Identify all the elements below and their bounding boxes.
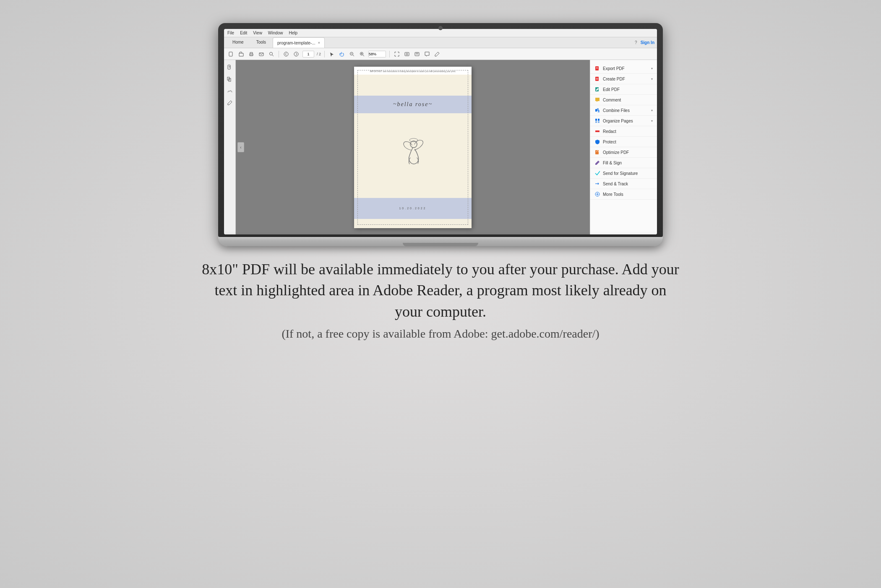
sidebar-icon-signatures[interactable] bbox=[226, 87, 234, 95]
panel-item-send-signature[interactable]: Send for Signature bbox=[590, 168, 657, 179]
svg-line-10 bbox=[353, 55, 354, 56]
edit-pdf-icon bbox=[594, 86, 600, 92]
redact-label: Redact bbox=[603, 129, 653, 134]
sidebar-icon-bookmarks[interactable] bbox=[226, 63, 234, 72]
svg-rect-0 bbox=[229, 52, 232, 56]
page-number-input[interactable] bbox=[302, 51, 314, 57]
tab-document-label: program-template-... bbox=[277, 41, 315, 45]
svg-point-4 bbox=[270, 52, 273, 55]
svg-rect-40 bbox=[598, 121, 599, 123]
menu-window[interactable]: Window bbox=[268, 31, 283, 35]
svg-rect-39 bbox=[595, 121, 597, 123]
zoom-in-icon[interactable] bbox=[358, 50, 366, 58]
print-icon[interactable] bbox=[248, 50, 255, 58]
panel-item-organize-pages[interactable]: Organize Pages ▾ bbox=[590, 116, 657, 126]
pdf-document: IMPORTANT: see instructions in listing d… bbox=[354, 67, 472, 228]
toolbar-separator-2 bbox=[324, 51, 325, 57]
send-track-label: Send & Track bbox=[603, 182, 653, 186]
protect-label: Protect bbox=[603, 140, 653, 144]
svg-point-16 bbox=[406, 53, 408, 55]
export-pdf-chevron: ▾ bbox=[651, 67, 653, 70]
svg-point-6 bbox=[284, 52, 288, 56]
svg-rect-15 bbox=[405, 52, 409, 56]
cursor-tool-icon[interactable] bbox=[328, 50, 336, 58]
more-tools-icon bbox=[594, 191, 600, 197]
zoom-level-input[interactable] bbox=[368, 51, 386, 57]
help-icon[interactable]: ? bbox=[635, 40, 637, 45]
laptop-container: File Edit View Window Help Home Tools pr… bbox=[218, 23, 663, 246]
combine-files-chevron: ▾ bbox=[651, 109, 653, 112]
sidebar-icon-pages[interactable] bbox=[226, 75, 234, 83]
panel-item-fill-sign[interactable]: Fill & Sign bbox=[590, 158, 657, 168]
full-screen-icon[interactable] bbox=[393, 50, 401, 58]
laptop-base bbox=[218, 237, 663, 246]
share-icon[interactable] bbox=[413, 50, 421, 58]
send-track-icon bbox=[594, 181, 600, 187]
sign-in-button[interactable]: Sign In bbox=[641, 40, 654, 45]
menu-view[interactable]: View bbox=[253, 31, 262, 35]
menu-edit[interactable]: Edit bbox=[240, 31, 247, 35]
tab-close-button[interactable]: × bbox=[318, 41, 320, 45]
main-area: ‹ IMPORTANT: see instructions in listing… bbox=[224, 60, 657, 234]
redact-icon bbox=[594, 128, 600, 134]
svg-point-7 bbox=[294, 52, 298, 56]
panel-item-send-track[interactable]: Send & Track bbox=[590, 179, 657, 189]
tab-bar: Home Tools program-template-... × ? Sign… bbox=[224, 37, 657, 48]
snapshot-icon[interactable] bbox=[403, 50, 411, 58]
panel-item-protect[interactable]: Protect bbox=[590, 137, 657, 147]
menu-bar: File Edit View Window Help bbox=[224, 29, 657, 37]
pdf-border bbox=[357, 70, 468, 225]
panel-item-comment[interactable]: Comment bbox=[590, 95, 657, 105]
create-pdf-chevron: ▾ bbox=[651, 77, 653, 81]
email-icon[interactable] bbox=[258, 50, 265, 58]
export-pdf-icon bbox=[594, 65, 600, 71]
menu-help[interactable]: Help bbox=[289, 31, 297, 35]
panel-item-redact[interactable]: Redact bbox=[590, 126, 657, 137]
sidebar-icon-edit[interactable] bbox=[226, 99, 234, 107]
laptop-lid: File Edit View Window Help Home Tools pr… bbox=[218, 23, 663, 237]
panel-item-optimize-pdf[interactable]: Optimize PDF bbox=[590, 147, 657, 158]
svg-rect-36 bbox=[598, 110, 599, 112]
hand-tool-icon[interactable] bbox=[338, 50, 346, 58]
new-doc-icon[interactable] bbox=[227, 50, 235, 58]
panel-item-create-pdf[interactable]: Create PDF ▾ bbox=[590, 74, 657, 84]
sub-description-text: (If not, a free copy is available from A… bbox=[201, 327, 680, 341]
optimize-pdf-label: Optimize PDF bbox=[603, 150, 653, 155]
menu-file[interactable]: File bbox=[227, 31, 234, 35]
right-panel: Export PDF ▾ Create PDF ▾ bbox=[590, 60, 657, 234]
organize-pages-label: Organize Pages bbox=[603, 119, 649, 123]
panel-item-export-pdf[interactable]: Export PDF ▾ bbox=[590, 63, 657, 74]
pen-icon[interactable] bbox=[433, 50, 441, 58]
zoom-out-icon[interactable] bbox=[348, 50, 356, 58]
protect-icon bbox=[594, 139, 600, 145]
create-pdf-icon bbox=[594, 76, 600, 82]
export-pdf-label: Export PDF bbox=[603, 66, 649, 71]
panel-item-more-tools[interactable]: More Tools bbox=[590, 189, 657, 200]
screen: File Edit View Window Help Home Tools pr… bbox=[224, 29, 657, 234]
sign-in-area: ? Sign In bbox=[635, 37, 654, 48]
fill-sign-label: Fill & Sign bbox=[603, 161, 653, 165]
next-page-icon[interactable] bbox=[292, 50, 300, 58]
pdf-viewer: ‹ IMPORTANT: see instructions in listing… bbox=[236, 60, 590, 234]
main-description-text: 8x10" PDF will be available immediately … bbox=[201, 259, 680, 322]
svg-rect-41 bbox=[595, 130, 599, 132]
combine-files-icon bbox=[594, 107, 600, 113]
organize-pages-icon bbox=[594, 118, 600, 124]
svg-rect-37 bbox=[595, 119, 597, 121]
open-icon[interactable] bbox=[237, 50, 245, 58]
edit-pdf-label: Edit PDF bbox=[603, 87, 653, 92]
panel-item-combine-files[interactable]: Combine Files ▾ bbox=[590, 105, 657, 116]
adobe-reader-app: File Edit View Window Help Home Tools pr… bbox=[224, 29, 657, 234]
prev-page-nav[interactable]: ‹ bbox=[237, 142, 244, 152]
panel-item-edit-pdf[interactable]: Edit PDF bbox=[590, 84, 657, 95]
search-icon[interactable] bbox=[268, 50, 275, 58]
tab-tools[interactable]: Tools bbox=[250, 37, 272, 48]
tab-home[interactable]: Home bbox=[227, 37, 250, 48]
comment-label: Comment bbox=[603, 98, 653, 102]
comment-panel-icon bbox=[594, 97, 600, 103]
organize-pages-chevron: ▾ bbox=[651, 119, 653, 123]
comment-icon[interactable] bbox=[423, 50, 431, 58]
prev-page-icon[interactable] bbox=[282, 50, 290, 58]
tab-document[interactable]: program-template-... × bbox=[273, 37, 325, 48]
send-signature-label: Send for Signature bbox=[603, 171, 653, 176]
